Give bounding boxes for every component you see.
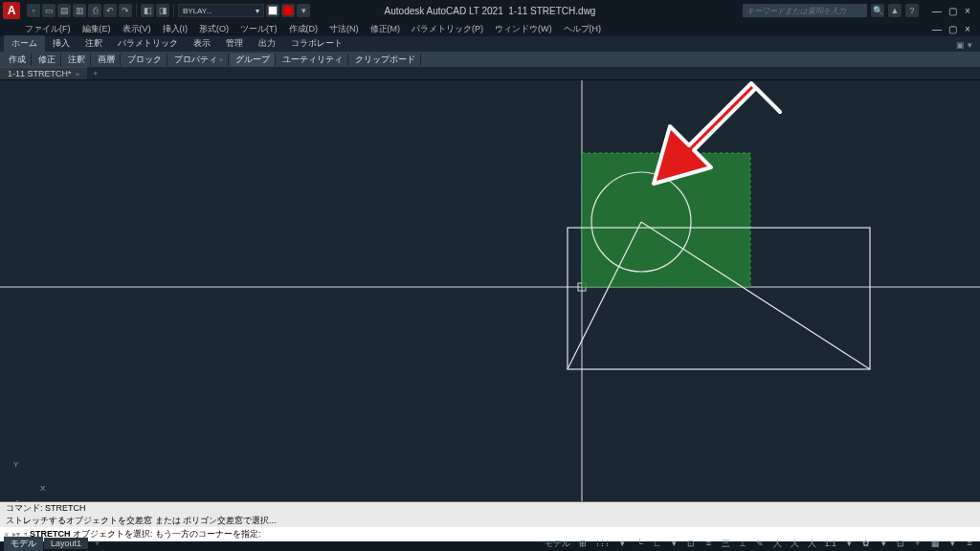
menu-format[interactable]: 形式(O) <box>199 23 229 35</box>
open-icon[interactable]: ▭ <box>42 4 56 17</box>
command-history-line: コマンド: STRETCH <box>0 502 980 515</box>
menu-help[interactable]: ヘルプ(H) <box>564 23 602 35</box>
doc-restore-button[interactable]: ▢ <box>946 22 959 35</box>
qat-separator <box>136 4 137 17</box>
chevron-down-icon[interactable]: ▾ <box>667 537 680 550</box>
panel-props[interactable]: プロパティ» <box>169 54 229 66</box>
file-tab-label: 1-11 STRETCH* <box>8 69 72 78</box>
panel-block[interactable]: ブロック <box>122 54 167 66</box>
app-menu-button[interactable]: A <box>3 2 20 19</box>
doc-close-button[interactable]: × <box>961 22 974 35</box>
menu-parametric[interactable]: パラメトリック(P) <box>412 23 483 35</box>
menu-edit[interactable]: 編集(E) <box>82 23 111 35</box>
ortho-icon[interactable]: └ <box>633 537 646 550</box>
close-button[interactable]: × <box>961 4 974 17</box>
menu-insert[interactable]: 挿入(I) <box>163 23 189 35</box>
annoscale3-icon[interactable]: 人 <box>805 537 818 550</box>
doc-minimize-button[interactable]: — <box>930 22 944 35</box>
minimize-button[interactable]: — <box>930 4 944 17</box>
ribbon-collapse-icon[interactable]: ▣ ▾ <box>948 38 980 52</box>
panel-util[interactable]: ユーティリティ <box>278 54 348 66</box>
undo-icon[interactable]: ↶ <box>103 4 117 17</box>
tab-annotate[interactable]: 注釈 <box>78 35 110 52</box>
panel-draw[interactable]: 作成 <box>4 54 32 66</box>
tab-layout1[interactable]: Layout1 <box>44 538 88 549</box>
restore-button[interactable]: ▢ <box>946 4 959 17</box>
menu-file[interactable]: ファイル(F) <box>25 23 71 35</box>
tab-manage[interactable]: 管理 <box>218 35 251 52</box>
svg-line-7 <box>641 222 870 369</box>
quick-access-toolbar: ▫ ▭ ▤ ▥ ⎙ ↶ ↷ ◧ ◨ BYLAY... ▾ ▾ <box>27 4 310 17</box>
drawing-canvas[interactable]: Y X <box>0 80 980 501</box>
tab-view[interactable]: 表示 <box>186 35 218 52</box>
customize-icon[interactable]: ≡ <box>963 537 976 550</box>
gear-icon[interactable]: ✿ <box>859 537 873 550</box>
chevron-down-icon[interactable]: ▾ <box>615 537 629 550</box>
annomon-icon[interactable]: ✎ <box>753 537 767 550</box>
grid-icon[interactable]: ⊞ <box>576 537 590 550</box>
panel-annot[interactable]: 注釈 <box>63 54 91 66</box>
add-layout-button[interactable]: + <box>89 539 105 548</box>
color-swatch-white[interactable] <box>266 4 279 17</box>
batch-icon[interactable]: ◨ <box>156 4 169 17</box>
panel-modify[interactable]: 修正 <box>33 54 61 66</box>
annoscale1-icon[interactable]: 人 <box>770 537 784 550</box>
command-area: コマンド: STRETCH ストレッチするオブジェクトを交差窓 または ポリゴン… <box>0 501 980 536</box>
chevron-down-icon[interactable]: ▾ <box>842 537 856 550</box>
new-icon[interactable]: ▫ <box>27 4 40 17</box>
ribbon-tabrow: ホーム 挿入 注釈 パラメトリック 表示 管理 出力 コラボレート ▣ ▾ <box>0 36 980 52</box>
canvas-geometry <box>0 80 980 501</box>
layer-label: BYLAY... <box>183 7 212 15</box>
chevron-down-icon[interactable]: ▾ <box>946 537 959 550</box>
help-icon[interactable]: ? <box>905 4 919 17</box>
tab-parametric[interactable]: パラメトリック <box>110 35 186 52</box>
search-input[interactable] <box>743 4 867 17</box>
color-swatch-red[interactable] <box>281 4 295 17</box>
chevron-down-icon: ▾ <box>256 7 259 15</box>
status-mode-label[interactable]: モデル <box>543 537 572 550</box>
file-tabs: 1-11 STRETCH* × + <box>0 67 980 80</box>
chevron-down-icon[interactable]: ▾ <box>877 537 890 550</box>
save-icon[interactable]: ▤ <box>57 4 71 17</box>
search-icon[interactable]: 🔍 <box>871 4 884 17</box>
tab-home[interactable]: ホーム <box>4 35 45 52</box>
menu-view[interactable]: 表示(V) <box>122 23 151 35</box>
panel-group[interactable]: グループ <box>231 54 276 66</box>
new-tab-button[interactable]: + <box>87 69 103 78</box>
tab-insert[interactable]: 挿入 <box>45 35 78 52</box>
clean-icon[interactable]: ▦ <box>928 537 942 550</box>
match-icon[interactable]: ◧ <box>141 4 154 17</box>
plus-icon[interactable]: + <box>911 537 924 550</box>
panel-clip[interactable]: クリップボード <box>350 54 421 66</box>
menu-dim[interactable]: 寸法(N) <box>329 23 359 35</box>
signin-icon[interactable]: ▲ <box>888 4 902 17</box>
transparency-icon[interactable]: 三 <box>719 537 732 550</box>
cycle-icon[interactable]: ⊥ <box>736 537 749 550</box>
scale-label[interactable]: 1:1 <box>822 537 838 550</box>
menu-tools[interactable]: ツール(T) <box>240 23 278 35</box>
polar-icon[interactable]: ∟ <box>650 537 663 550</box>
status-right: モデル ⊞ ⫶⫶⫶ ▾ └ ∟ ▾ ⊡ ≡ 三 ⊥ ✎ 人 人 人 1:1 ▾ … <box>543 537 976 550</box>
workspace-icon[interactable]: ⊡ <box>894 537 907 550</box>
osnap-icon[interactable]: ⊡ <box>684 537 698 550</box>
annoscale2-icon[interactable]: 人 <box>788 537 801 550</box>
snap-icon[interactable]: ⫶⫶⫶ <box>593 537 612 550</box>
menu-window[interactable]: ウィンドウ(W) <box>495 23 552 35</box>
plot-icon[interactable]: ⎙ <box>88 4 101 17</box>
menu-draw[interactable]: 作成(D) <box>289 23 319 35</box>
file-tab-active[interactable]: 1-11 STRETCH* × <box>0 67 87 79</box>
command-history-line: ストレッチするオブジェクトを交差窓 または ポリゴン交差窓で選択... <box>0 515 980 527</box>
menu-bar: ファイル(F) 編集(E) 表示(V) 挿入(I) 形式(O) ツール(T) 作… <box>0 21 980 36</box>
redo-icon[interactable]: ↷ <box>119 4 132 17</box>
qat-chevron-icon[interactable]: ▾ <box>297 4 310 17</box>
tab-model[interactable]: モデル <box>4 537 43 551</box>
menu-modify[interactable]: 修正(M) <box>370 23 401 35</box>
title-bar: A ▫ ▭ ▤ ▥ ⎙ ↶ ↷ ◧ ◨ BYLAY... ▾ ▾ Autodes… <box>0 0 980 21</box>
tab-collaborate[interactable]: コラボレート <box>283 35 350 52</box>
tab-output[interactable]: 出力 <box>251 35 283 52</box>
close-icon[interactable]: × <box>76 70 80 78</box>
panel-layers[interactable]: 画層 <box>93 54 121 66</box>
layer-dropdown[interactable]: BYLAY... ▾ <box>178 4 264 17</box>
lwt-icon[interactable]: ≡ <box>702 537 715 550</box>
saveas-icon[interactable]: ▥ <box>73 4 86 17</box>
